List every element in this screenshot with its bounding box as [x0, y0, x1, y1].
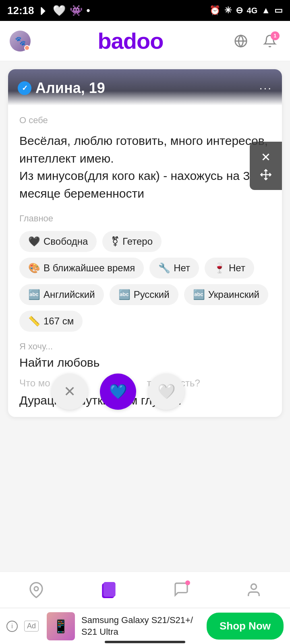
shop-now-button[interactable]: Shop Now: [207, 613, 284, 640]
location-icon: [28, 582, 44, 598]
avatar-circle: 🐾: [10, 31, 31, 52]
top-nav: 🐾 badoo 1: [0, 21, 290, 61]
tag-relationship-label: Свободна: [44, 236, 88, 247]
cellular-icon: ▲: [261, 5, 270, 16]
bio-text: Весёлая, люблю готовить, много интересов…: [19, 132, 271, 202]
notification-badge: 1: [271, 31, 280, 40]
profile-card: ✓ Алина, 19 ··· О себе Весёлая, люблю го…: [8, 69, 282, 417]
move-icon: [260, 169, 272, 181]
dot-icon: •: [87, 4, 90, 17]
alarm-icon: ⏰: [209, 5, 220, 16]
what-label: Что мо: [19, 378, 50, 389]
about-label: О себе: [19, 115, 271, 126]
nav-avatar[interactable]: 🐾: [10, 31, 31, 52]
globe-icon: [234, 34, 248, 48]
tag-lang-en: 🔤 Английский: [19, 284, 104, 305]
saved-icon: 🤍: [53, 4, 66, 17]
tag-smoking: 🔧 Нет: [149, 258, 199, 279]
bluetooth-icon: ✳: [224, 5, 232, 16]
translate-icon-en: 🔤: [28, 289, 40, 300]
tag-lang-ua: 🔤 Украинский: [184, 284, 268, 305]
superlike-button[interactable]: 💙: [100, 374, 136, 410]
bottom-nav: [0, 572, 290, 608]
svg-point-9: [251, 584, 256, 589]
tag-lang-ua-label: Украинский: [208, 289, 259, 300]
ruler-icon: 📏: [28, 316, 40, 327]
nav-item-swipe[interactable]: [101, 582, 117, 598]
verified-icon: ✓: [18, 81, 31, 95]
4g-icon: 4G: [247, 6, 258, 15]
nav-item-messages[interactable]: [173, 581, 189, 599]
tag-smoking-label: Нет: [174, 262, 190, 274]
tags-grid: 🖤 Свободна ⚧ Гетеро 🎨 В ближайшее время …: [19, 231, 271, 332]
like-icon: 🤍: [157, 383, 176, 400]
want-label: Я хочу...: [19, 341, 271, 352]
tag-height-label: 167 см: [44, 316, 74, 327]
tag-drinking-label: Нет: [229, 262, 245, 274]
tag-lang-en-label: Английский: [44, 289, 95, 300]
status-right: ⏰ ✳ ⊖ 4G ▲ ▭: [209, 5, 283, 16]
avatar-status-dot: [24, 45, 30, 51]
avatar-face: 🐾: [15, 36, 26, 46]
messages-dot: [185, 580, 190, 585]
cross-icon: ✕: [64, 383, 76, 400]
tag-children: 🎨 В ближайшее время: [19, 258, 144, 279]
tag-orientation-label: Гетеро: [122, 236, 153, 247]
cards-icon: [101, 582, 117, 598]
card-name: Алина, 19: [35, 80, 105, 97]
more-options-button[interactable]: ···: [259, 82, 272, 95]
heart-black-icon: 🖤: [28, 236, 40, 247]
tag-lang-ru-label: Русский: [134, 289, 170, 300]
like-button[interactable]: 🤍: [148, 374, 184, 410]
close-icon: [260, 151, 272, 163]
app-logo: badoo: [98, 28, 164, 54]
gender-icon: ⚧: [111, 236, 119, 247]
battery-icon: ▭: [274, 5, 283, 16]
ad-thumbnail: 📱: [47, 612, 75, 640]
spotify-icon: ⏵: [38, 4, 49, 17]
card-name-row: ✓ Алина, 19: [18, 80, 105, 97]
tag-relationship: 🖤 Свободна: [19, 231, 97, 252]
smoking-icon: 🔧: [158, 262, 170, 274]
signal-icon: ⊖: [236, 5, 243, 16]
nav-item-location[interactable]: [28, 582, 44, 598]
translate-icon-ru: 🔤: [118, 289, 130, 300]
globe-icon-button[interactable]: [230, 31, 251, 52]
card-body: О себе Весёлая, люблю готовить, много ин…: [8, 105, 282, 417]
nav-right-icons: 1: [230, 31, 280, 52]
dislike-button[interactable]: ✕: [52, 374, 88, 410]
app-icon: 👾: [70, 4, 83, 17]
drinking-icon: 🍷: [213, 262, 226, 274]
tag-drinking: 🍷 Нет: [205, 258, 254, 279]
ad-text-block: Samsung Galaxy S21/S21+/S21 Ultra: [81, 615, 200, 638]
time: 12:18: [7, 4, 34, 17]
ad-label: Ad: [24, 621, 39, 632]
children-icon: 🎨: [28, 262, 40, 274]
ad-banner: i Ad 📱 Samsung Galaxy S21/S21+/S21 Ultra…: [0, 608, 290, 644]
bottom-section: Что мо ✕ 💙 🤍 тебя рас ть? Дурацкие шутки…: [19, 378, 271, 407]
nav-item-profile[interactable]: [246, 582, 262, 598]
ad-info-icon: i: [6, 621, 18, 632]
superlike-icon: 💙: [109, 383, 127, 400]
resize-handle[interactable]: [250, 142, 282, 190]
want-text: Найти любовь: [19, 356, 271, 369]
profile-icon: [246, 582, 262, 598]
status-bar: 12:18 ⏵ 🤍 👾 • ⏰ ✳ ⊖ 4G ▲ ▭: [0, 0, 290, 21]
tag-children-label: В ближайшее время: [44, 262, 135, 274]
svg-point-6: [34, 586, 38, 590]
tag-orientation: ⚧ Гетеро: [102, 231, 162, 252]
main-label: Главное: [19, 213, 271, 224]
svg-rect-8: [104, 582, 115, 596]
action-row: ✕ 💙 🤍: [52, 369, 184, 417]
tag-lang-ru: 🔤 Русский: [110, 284, 178, 305]
info-letter: i: [11, 623, 13, 630]
ad-thumb-image: 📱: [53, 619, 69, 634]
translate-icon-ua: 🔤: [193, 289, 205, 300]
ad-title: Samsung Galaxy S21/S21+/S21 Ultra: [81, 615, 200, 638]
card-header: ✓ Алина, 19 ···: [8, 69, 282, 105]
what-row: Что мо ✕ 💙 🤍 тебя рас ть?: [19, 378, 271, 390]
home-indicator: [105, 641, 185, 643]
what-end: ть?: [185, 378, 200, 389]
tag-height: 📏 167 см: [19, 311, 83, 332]
notifications-button[interactable]: 1: [259, 31, 280, 52]
